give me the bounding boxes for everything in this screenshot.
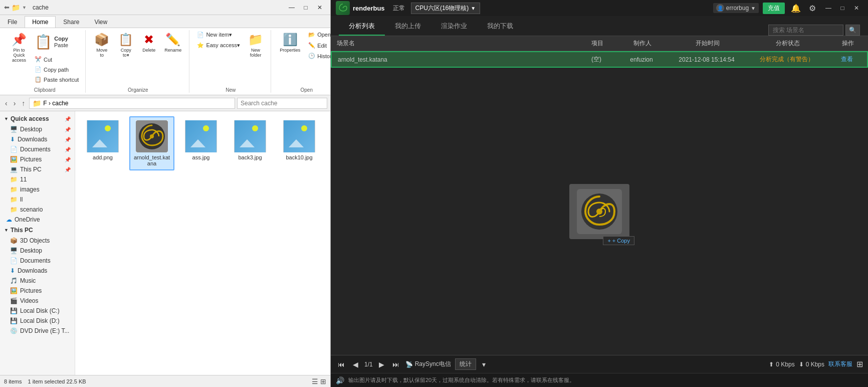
forward-button[interactable]: › bbox=[12, 98, 18, 108]
tab-file[interactable]: File bbox=[0, 16, 25, 28]
stats-button[interactable]: 统计 bbox=[455, 358, 476, 370]
sidebar-item-ll[interactable]: 📁 ll bbox=[0, 195, 75, 205]
pin-icon: 📌 bbox=[12, 33, 27, 47]
tab-share[interactable]: Share bbox=[56, 16, 87, 28]
new-label: New bbox=[226, 85, 236, 93]
icons-view-button[interactable]: ⊞ bbox=[320, 377, 326, 385]
sidebar-item-local-d[interactable]: 💾 Local Disk (D:) bbox=[0, 316, 75, 326]
properties-button[interactable]: ℹ️ Properties bbox=[276, 30, 304, 55]
file-thumbnail bbox=[234, 120, 266, 152]
quick-access-heading[interactable]: ▼ Quick access 📌 bbox=[0, 113, 75, 124]
table-row[interactable]: arnold_test.katana (空) enfuzion 2021-12-… bbox=[331, 51, 868, 68]
copy-to-button[interactable]: 📋 Copyto▾ bbox=[115, 30, 137, 60]
sidebar-item-documents[interactable]: 📄 Documents 📌 bbox=[0, 144, 75, 154]
tab-my-upload[interactable]: 我的上传 bbox=[385, 18, 431, 36]
renderbus-panel: renderbus 正常 CPU六区(16物理核) ▼ 👤 errorbug ▼… bbox=[331, 0, 868, 387]
sidebar-item-11[interactable]: 📁 11 bbox=[0, 174, 75, 184]
rb-user-area[interactable]: 👤 errorbug ▼ bbox=[713, 3, 759, 13]
folder-icon: 📁 bbox=[12, 4, 20, 12]
rb-search-input[interactable] bbox=[768, 25, 843, 36]
copy-path-button[interactable]: 📄 Copy path bbox=[32, 65, 81, 74]
sidebar-item-downloads[interactable]: ⬇ Downloads 📌 bbox=[0, 134, 75, 144]
tab-analysis-list[interactable]: 分析列表 bbox=[339, 18, 385, 36]
rb-minimize-button[interactable]: — bbox=[822, 3, 835, 13]
tab-view[interactable]: View bbox=[87, 16, 115, 28]
new-folder-button[interactable]: 📁 Newfolder bbox=[245, 30, 267, 60]
sidebar-item-music[interactable]: 🎵 Music bbox=[0, 276, 75, 286]
sidebar-item-videos[interactable]: 🎬 Videos bbox=[0, 296, 75, 306]
rb-maximize-button[interactable]: □ bbox=[836, 3, 849, 13]
sidebar-item-pictures[interactable]: 🖼️ Pictures 📌 bbox=[0, 154, 75, 164]
quick-access-chevron: ▼ bbox=[4, 116, 9, 121]
rename-button[interactable]: ✏️ Rename bbox=[161, 30, 185, 55]
tab-my-download[interactable]: 我的下载 bbox=[477, 18, 523, 36]
sidebar-item-dvd-e[interactable]: 💿 DVD Drive (E:) T... bbox=[0, 326, 75, 336]
file-item[interactable]: ass.jpg bbox=[178, 116, 224, 170]
notification-button[interactable]: 🔔 bbox=[789, 3, 803, 14]
close-button[interactable]: ✕ bbox=[313, 3, 326, 13]
sidebar-item-onedrive[interactable]: ☁ OneDrive bbox=[0, 215, 75, 225]
sidebar-item-label: scenario bbox=[20, 206, 43, 213]
search-input[interactable] bbox=[237, 98, 327, 109]
sidebar-item-local-c[interactable]: 💾 Local Disk (C:) bbox=[0, 306, 75, 316]
move-label: Moveto bbox=[96, 48, 107, 58]
file-item[interactable]: back3.jpg bbox=[228, 116, 273, 170]
rb-search-area: 🔍 bbox=[768, 25, 860, 36]
file-item[interactable]: add.png bbox=[80, 116, 125, 170]
move-to-button[interactable]: 📦 Moveto bbox=[91, 30, 113, 60]
sidebar-item-images[interactable]: 📁 images bbox=[0, 184, 75, 195]
ribbon-group-new: 📄 New item▾ ⭐ Easy access▾ 📁 Newfolder N… bbox=[190, 30, 271, 93]
tab-render-jobs[interactable]: 渲染作业 bbox=[431, 18, 477, 36]
settings-button[interactable]: ⚙ bbox=[807, 3, 818, 14]
file-item[interactable]: arnold_test.katana bbox=[129, 116, 174, 170]
cut-button[interactable]: ✂️ Cut bbox=[32, 55, 81, 64]
rb-status-message: 输出图片请及时下载，默认保留20天，过期系统自动清除。若有特殊需求，请联系在线客… bbox=[348, 376, 575, 384]
rb-close-button[interactable]: ✕ bbox=[850, 3, 863, 13]
rb-search-button[interactable]: 🔍 bbox=[845, 25, 860, 36]
copy-button[interactable]: 📋 Copy Paste bbox=[32, 30, 81, 54]
new-item-button[interactable]: 📄 New item▾ bbox=[194, 30, 243, 40]
back-button[interactable]: ‹ bbox=[3, 98, 10, 108]
last-page-button[interactable]: ⏭ bbox=[390, 359, 401, 369]
pin-to-quick-button[interactable]: 📌 Pin to Quickaccess bbox=[8, 30, 30, 65]
rb-server-selector[interactable]: CPU六区(16物理核) ▼ bbox=[411, 3, 481, 14]
details-view-button[interactable]: ☰ bbox=[312, 377, 318, 385]
history-icon: 🕒 bbox=[308, 53, 315, 59]
copy-badge[interactable]: + + Copy bbox=[603, 236, 634, 245]
maximize-button[interactable]: □ bbox=[299, 3, 312, 13]
properties-icon: ℹ️ bbox=[283, 33, 298, 47]
sidebar-item-downloads-pc[interactable]: ⬇ Downloads bbox=[0, 266, 75, 276]
address-path[interactable]: 📁 F › cache bbox=[29, 98, 235, 109]
sidebar-item-documents-pc[interactable]: 📄 Documents bbox=[0, 256, 75, 266]
paste-shortcut-button[interactable]: 📋 Paste shortcut bbox=[32, 75, 81, 84]
sync-icon: 📡 bbox=[405, 361, 413, 368]
file-item[interactable]: back10.jpg bbox=[277, 116, 322, 170]
sidebar-item-desktop-pc[interactable]: 🖥️ Desktop bbox=[0, 246, 75, 256]
downloads-pc-icon: ⬇ bbox=[10, 267, 15, 274]
sidebar-item-3d-objects[interactable]: 📦 3D Objects bbox=[0, 236, 75, 246]
prev-page-button[interactable]: ◀ bbox=[351, 359, 360, 369]
pin-indicator: 📌 bbox=[65, 147, 71, 152]
next-page-button[interactable]: ▶ bbox=[377, 359, 386, 369]
th-creator: 制作人 bbox=[617, 39, 668, 48]
sidebar-item-pictures-pc[interactable]: 🖼️ Pictures bbox=[0, 286, 75, 296]
volume-icon: 🔊 bbox=[336, 376, 344, 384]
first-page-button[interactable]: ⏮ bbox=[336, 359, 347, 369]
up-button[interactable]: ↑ bbox=[20, 98, 27, 108]
sidebar-item-scenario[interactable]: 📁 scenario bbox=[0, 205, 75, 215]
this-pc-heading[interactable]: ▼ This PC bbox=[0, 225, 75, 236]
user-dropdown-icon: ▼ bbox=[751, 6, 756, 11]
minimize-button[interactable]: — bbox=[285, 3, 298, 13]
support-link[interactable]: 联系客服 bbox=[828, 360, 852, 368]
easy-access-button[interactable]: ⭐ Easy access▾ bbox=[194, 41, 243, 50]
back-icon: ⬅ bbox=[4, 4, 10, 11]
stats-dropdown-button[interactable]: ▾ bbox=[480, 359, 488, 369]
view-action-link[interactable]: 查看 bbox=[841, 56, 853, 63]
sidebar-item-thispc-qa[interactable]: 💻 This PC 📌 bbox=[0, 164, 75, 174]
delete-button[interactable]: ✖ Delete bbox=[139, 30, 159, 55]
sidebar-item-desktop[interactable]: 🖥️ Desktop 📌 bbox=[0, 124, 75, 134]
charge-button[interactable]: 充值 bbox=[763, 3, 785, 14]
tab-home[interactable]: Home bbox=[25, 16, 56, 28]
grid-view-button[interactable]: ⊞ bbox=[856, 359, 863, 369]
down-arrow-icon: ▼ bbox=[22, 5, 27, 10]
